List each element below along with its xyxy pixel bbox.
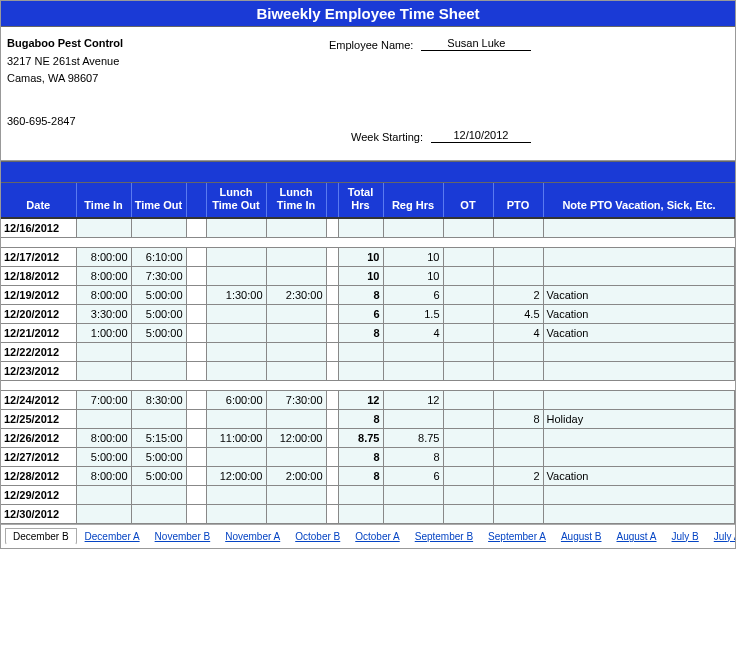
note-cell[interactable]: Vacation [543, 323, 735, 342]
pto-cell[interactable]: 2 [493, 466, 543, 485]
ot-cell[interactable] [443, 409, 493, 428]
lunch-out-cell[interactable] [206, 361, 266, 380]
employee-value[interactable]: Susan Luke [421, 37, 531, 51]
lunch-out-cell[interactable] [206, 342, 266, 361]
pto-cell[interactable] [493, 266, 543, 285]
note-cell[interactable] [543, 247, 735, 266]
ot-cell[interactable] [443, 428, 493, 447]
time-in-cell[interactable]: 8:00:00 [76, 266, 131, 285]
note-cell[interactable]: Vacation [543, 466, 735, 485]
pto-cell[interactable] [493, 485, 543, 504]
ot-cell[interactable] [443, 504, 493, 523]
time-in-cell[interactable] [76, 342, 131, 361]
sheet-tab[interactable]: July A [707, 529, 735, 544]
note-cell[interactable] [543, 342, 735, 361]
time-out-cell[interactable] [131, 342, 186, 361]
time-out-cell[interactable] [131, 409, 186, 428]
sheet-tab[interactable]: July B [665, 529, 706, 544]
lunch-in-cell[interactable] [266, 323, 326, 342]
time-in-cell[interactable] [76, 361, 131, 380]
sheet-tab[interactable]: October A [348, 529, 406, 544]
lunch-out-cell[interactable] [206, 447, 266, 466]
lunch-out-cell[interactable] [206, 266, 266, 285]
lunch-in-cell[interactable]: 2:00:00 [266, 466, 326, 485]
note-cell[interactable] [543, 361, 735, 380]
lunch-in-cell[interactable]: 7:30:00 [266, 390, 326, 409]
ot-cell[interactable] [443, 485, 493, 504]
lunch-in-cell[interactable]: 12:00:00 [266, 428, 326, 447]
lunch-in-cell[interactable] [266, 485, 326, 504]
pto-cell[interactable] [493, 361, 543, 380]
ot-cell[interactable] [443, 323, 493, 342]
sheet-tab[interactable]: October B [288, 529, 347, 544]
time-in-cell[interactable] [76, 218, 131, 237]
ot-cell[interactable] [443, 390, 493, 409]
ot-cell[interactable] [443, 466, 493, 485]
reg-cell[interactable] [383, 409, 443, 428]
time-out-cell[interactable]: 8:30:00 [131, 390, 186, 409]
pto-cell[interactable]: 2 [493, 285, 543, 304]
reg-cell[interactable]: 6 [383, 466, 443, 485]
pto-cell[interactable] [493, 218, 543, 237]
lunch-in-cell[interactable]: 2:30:00 [266, 285, 326, 304]
lunch-in-cell[interactable] [266, 504, 326, 523]
note-cell[interactable]: Vacation [543, 304, 735, 323]
time-out-cell[interactable]: 5:00:00 [131, 323, 186, 342]
note-cell[interactable] [543, 504, 735, 523]
time-out-cell[interactable] [131, 361, 186, 380]
time-out-cell[interactable]: 5:15:00 [131, 428, 186, 447]
reg-cell[interactable]: 1.5 [383, 304, 443, 323]
lunch-in-cell[interactable] [266, 218, 326, 237]
reg-cell[interactable] [383, 504, 443, 523]
sheet-tab[interactable]: November A [218, 529, 287, 544]
pto-cell[interactable] [493, 504, 543, 523]
time-in-cell[interactable]: 8:00:00 [76, 285, 131, 304]
reg-cell[interactable] [383, 361, 443, 380]
reg-cell[interactable]: 12 [383, 390, 443, 409]
note-cell[interactable] [543, 266, 735, 285]
pto-cell[interactable] [493, 390, 543, 409]
time-in-cell[interactable]: 3:30:00 [76, 304, 131, 323]
ot-cell[interactable] [443, 285, 493, 304]
ot-cell[interactable] [443, 447, 493, 466]
lunch-out-cell[interactable] [206, 218, 266, 237]
note-cell[interactable] [543, 428, 735, 447]
time-out-cell[interactable]: 5:00:00 [131, 447, 186, 466]
time-out-cell[interactable] [131, 485, 186, 504]
note-cell[interactable] [543, 390, 735, 409]
reg-cell[interactable] [383, 342, 443, 361]
reg-cell[interactable]: 10 [383, 266, 443, 285]
pto-cell[interactable]: 4.5 [493, 304, 543, 323]
note-cell[interactable] [543, 218, 735, 237]
week-value[interactable]: 12/10/2012 [431, 129, 531, 143]
pto-cell[interactable] [493, 342, 543, 361]
reg-cell[interactable]: 4 [383, 323, 443, 342]
lunch-out-cell[interactable]: 11:00:00 [206, 428, 266, 447]
pto-cell[interactable] [493, 447, 543, 466]
sheet-tab[interactable]: September A [481, 529, 553, 544]
time-out-cell[interactable]: 5:00:00 [131, 466, 186, 485]
ot-cell[interactable] [443, 304, 493, 323]
lunch-out-cell[interactable] [206, 247, 266, 266]
ot-cell[interactable] [443, 218, 493, 237]
pto-cell[interactable]: 8 [493, 409, 543, 428]
pto-cell[interactable] [493, 428, 543, 447]
note-cell[interactable]: Holiday [543, 409, 735, 428]
sheet-tab[interactable]: December A [78, 529, 147, 544]
time-out-cell[interactable]: 5:00:00 [131, 304, 186, 323]
lunch-out-cell[interactable] [206, 504, 266, 523]
sheet-tab[interactable]: August A [610, 529, 664, 544]
note-cell[interactable] [543, 447, 735, 466]
ot-cell[interactable] [443, 266, 493, 285]
time-out-cell[interactable]: 5:00:00 [131, 285, 186, 304]
time-in-cell[interactable]: 5:00:00 [76, 447, 131, 466]
ot-cell[interactable] [443, 361, 493, 380]
lunch-in-cell[interactable] [266, 247, 326, 266]
time-in-cell[interactable]: 1:00:00 [76, 323, 131, 342]
lunch-in-cell[interactable] [266, 447, 326, 466]
time-in-cell[interactable] [76, 409, 131, 428]
lunch-in-cell[interactable] [266, 409, 326, 428]
time-out-cell[interactable] [131, 218, 186, 237]
lunch-out-cell[interactable]: 1:30:00 [206, 285, 266, 304]
lunch-out-cell[interactable]: 12:00:00 [206, 466, 266, 485]
